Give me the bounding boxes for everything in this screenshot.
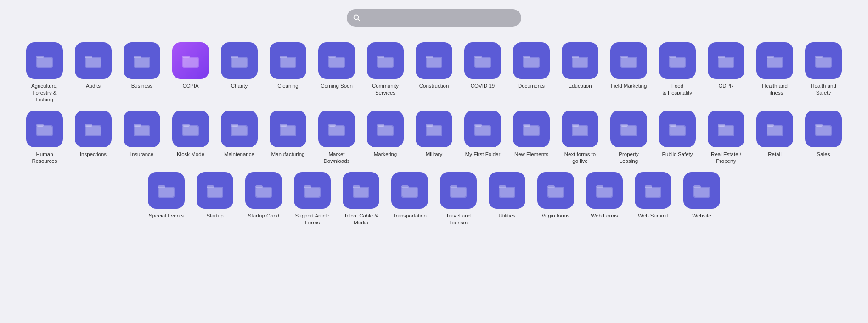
folder-item-agriculture[interactable]: Agriculture, Forestry & Fishing — [21, 39, 68, 106]
folder-item-military[interactable]: Military — [410, 108, 458, 167]
folder-item-virgin-forms[interactable]: Virgin forms — [532, 169, 580, 229]
folder-label-inspections: Inspections — [80, 151, 107, 158]
folder-label-education: Education — [568, 83, 592, 89]
folder-item-startup[interactable]: Startup — [191, 169, 239, 229]
folder-label-ccpia: CCPIA — [182, 83, 198, 89]
folder-icon-inspections — [75, 111, 112, 147]
folder-icon-health-safety — [805, 42, 842, 79]
search-bar[interactable] — [347, 9, 521, 27]
folder-item-retail[interactable]: Retail — [751, 108, 799, 167]
folder-item-documents[interactable]: Documents — [507, 39, 555, 106]
svg-rect-58 — [86, 126, 101, 135]
svg-rect-88 — [573, 126, 587, 135]
svg-rect-79 — [427, 126, 441, 135]
folder-icon-marketing — [367, 111, 404, 147]
folder-icon-field-marketing — [610, 42, 647, 79]
folder-item-website[interactable]: Website — [678, 169, 726, 229]
folder-label-utilities: Utilities — [498, 212, 515, 219]
svg-rect-31 — [475, 58, 490, 67]
folder-icon-human-resources — [26, 111, 63, 147]
folder-item-audits[interactable]: Audits — [69, 39, 117, 106]
folder-item-health-fitness[interactable]: Health and Fitness — [751, 39, 799, 106]
folder-icon-health-fitness — [756, 42, 793, 79]
folder-item-marketing[interactable]: Marketing — [361, 108, 409, 167]
svg-rect-109 — [208, 188, 222, 197]
folder-item-cleaning[interactable]: Cleaning — [264, 39, 312, 106]
folder-item-new-elements[interactable]: New Elements — [507, 108, 555, 167]
folder-icon-telco — [343, 172, 379, 209]
folder-item-ccpia[interactable]: CCPIA — [167, 39, 214, 106]
folder-item-travel-tourism[interactable]: Travel and Tourism — [434, 169, 482, 229]
folder-item-web-summit[interactable]: Web Summit — [629, 169, 677, 229]
folder-label-market-downloads: Market Downloads — [324, 151, 350, 165]
folder-label-virgin-forms: Virgin forms — [541, 212, 569, 219]
folder-icon-cleaning — [270, 42, 306, 79]
folder-label-manufacturing: Manufacturing — [271, 151, 305, 158]
folder-item-charity[interactable]: Charity — [215, 39, 263, 106]
folder-item-human-resources[interactable]: Human Resources — [21, 108, 68, 167]
folder-item-next-forms[interactable]: Next forms to go live — [556, 108, 604, 167]
svg-rect-76 — [378, 126, 393, 135]
folder-item-maintenance[interactable]: Maintenance — [215, 108, 263, 167]
folder-item-covid19[interactable]: COVID 19 — [459, 39, 507, 106]
folder-label-public-safety: Public Safety — [662, 151, 693, 158]
search-bar-container — [5, 9, 863, 27]
folder-label-construction: Construction — [419, 83, 449, 89]
folder-icon-covid19 — [464, 42, 501, 79]
folder-item-sales[interactable]: Sales — [800, 108, 847, 167]
folder-item-telco[interactable]: Telco, Cable & Media — [337, 169, 385, 229]
folder-icon-business — [124, 42, 160, 79]
folder-icon-sales — [805, 111, 842, 147]
folder-item-insurance[interactable]: Insurance — [118, 108, 166, 167]
folder-grid: Agriculture, Forestry & Fishing Audits B… — [7, 39, 861, 229]
folder-item-business[interactable]: Business — [118, 39, 166, 106]
folder-item-market-downloads[interactable]: Market Downloads — [313, 108, 361, 167]
svg-rect-85 — [524, 126, 539, 135]
folder-icon-agriculture — [26, 42, 63, 79]
svg-rect-70 — [281, 126, 295, 135]
folder-item-community-services[interactable]: Community Services — [361, 39, 409, 106]
folder-icon-military — [416, 111, 452, 147]
folder-label-web-summit: Web Summit — [638, 212, 668, 219]
folder-icon-my-first-folder — [464, 111, 501, 147]
folder-item-field-marketing[interactable]: Field Marketing — [605, 39, 653, 106]
search-input[interactable] — [364, 14, 515, 22]
folder-label-travel-tourism: Travel and Tourism — [446, 212, 471, 226]
folder-item-inspections[interactable]: Inspections — [69, 108, 117, 167]
folder-item-construction[interactable]: Construction — [410, 39, 458, 106]
folder-item-startup-grind[interactable]: Startup Grind — [240, 169, 287, 229]
folder-label-health-fitness: Health and Fitness — [762, 83, 788, 96]
folder-icon-maintenance — [221, 111, 258, 147]
folder-item-food-hospitality[interactable]: Food & Hospitality — [654, 39, 701, 106]
folder-item-special-events[interactable]: Special Events — [142, 169, 190, 229]
svg-rect-127 — [500, 188, 514, 197]
folder-icon-kiosk-mode — [172, 111, 209, 147]
svg-rect-28 — [427, 58, 441, 67]
folder-item-health-safety[interactable]: Health and Safety — [800, 39, 847, 106]
folder-item-property-leasing[interactable]: Property Leasing — [605, 108, 653, 167]
folder-item-real-estate[interactable]: Real Estate / Property — [702, 108, 750, 167]
folder-icon-real-estate — [708, 111, 744, 147]
folder-icon-website — [683, 172, 720, 209]
folder-item-coming-soon[interactable]: Coming Soon — [313, 39, 361, 106]
folder-icon-market-downloads — [318, 111, 355, 147]
folder-icon-construction — [416, 42, 452, 79]
folder-item-gdpr[interactable]: GDPR — [702, 39, 750, 106]
folder-item-support-article-forms[interactable]: Support Article Forms — [288, 169, 336, 229]
folder-item-education[interactable]: Education — [556, 39, 604, 106]
folder-item-transportation[interactable]: Transportation — [386, 169, 434, 229]
folder-icon-public-safety — [659, 111, 696, 147]
folder-label-documents: Documents — [518, 83, 545, 89]
folder-label-startup: Startup — [206, 212, 223, 219]
folder-label-coming-soon: Coming Soon — [321, 83, 353, 89]
folder-item-web-forms[interactable]: Web Forms — [581, 169, 628, 229]
folder-item-utilities[interactable]: Utilities — [483, 169, 531, 229]
svg-rect-16 — [232, 58, 247, 67]
svg-rect-7 — [86, 58, 101, 67]
folder-item-my-first-folder[interactable]: My First Folder — [459, 108, 507, 167]
folder-icon-startup — [197, 172, 233, 209]
folder-item-kiosk-mode[interactable]: Kiosk Mode — [167, 108, 214, 167]
folder-item-public-safety[interactable]: Public Safety — [654, 108, 701, 167]
folder-item-manufacturing[interactable]: Manufacturing — [264, 108, 312, 167]
svg-rect-133 — [597, 188, 612, 197]
